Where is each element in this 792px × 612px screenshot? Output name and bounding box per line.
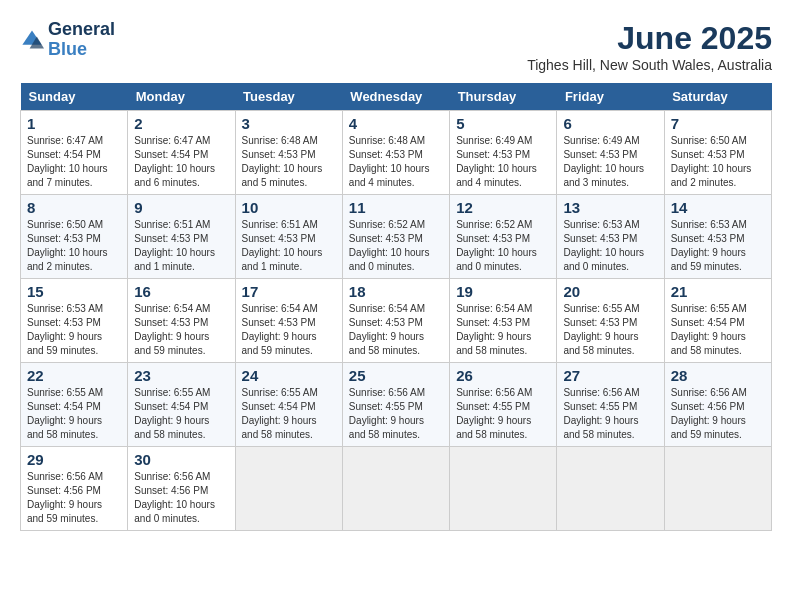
day-number: 28	[671, 367, 765, 384]
logo-icon	[20, 28, 44, 52]
calendar-header-row: SundayMondayTuesdayWednesdayThursdayFrid…	[21, 83, 772, 111]
day-number: 16	[134, 283, 228, 300]
day-info: Sunrise: 6:56 AMSunset: 4:55 PMDaylight:…	[563, 387, 639, 440]
day-info: Sunrise: 6:53 AMSunset: 4:53 PMDaylight:…	[27, 303, 103, 356]
calendar-cell: 9 Sunrise: 6:51 AMSunset: 4:53 PMDayligh…	[128, 195, 235, 279]
header-friday: Friday	[557, 83, 664, 111]
day-number: 17	[242, 283, 336, 300]
location: Tighes Hill, New South Wales, Australia	[527, 57, 772, 73]
day-info: Sunrise: 6:54 AMSunset: 4:53 PMDaylight:…	[349, 303, 425, 356]
calendar-cell: 19 Sunrise: 6:54 AMSunset: 4:53 PMDaylig…	[450, 279, 557, 363]
calendar-cell: 4 Sunrise: 6:48 AMSunset: 4:53 PMDayligh…	[342, 111, 449, 195]
calendar-cell: 15 Sunrise: 6:53 AMSunset: 4:53 PMDaylig…	[21, 279, 128, 363]
day-info: Sunrise: 6:50 AMSunset: 4:53 PMDaylight:…	[671, 135, 752, 188]
header-tuesday: Tuesday	[235, 83, 342, 111]
day-info: Sunrise: 6:54 AMSunset: 4:53 PMDaylight:…	[456, 303, 532, 356]
week-row-5: 29 Sunrise: 6:56 AMSunset: 4:56 PMDaylig…	[21, 447, 772, 531]
page-header: GeneralGeneral Blue June 2025 Tighes Hil…	[20, 20, 772, 73]
calendar-cell: 7 Sunrise: 6:50 AMSunset: 4:53 PMDayligh…	[664, 111, 771, 195]
calendar-cell: 18 Sunrise: 6:54 AMSunset: 4:53 PMDaylig…	[342, 279, 449, 363]
day-number: 5	[456, 115, 550, 132]
calendar-cell	[557, 447, 664, 531]
day-number: 25	[349, 367, 443, 384]
day-info: Sunrise: 6:52 AMSunset: 4:53 PMDaylight:…	[456, 219, 537, 272]
calendar-cell: 8 Sunrise: 6:50 AMSunset: 4:53 PMDayligh…	[21, 195, 128, 279]
day-number: 29	[27, 451, 121, 468]
header-monday: Monday	[128, 83, 235, 111]
day-number: 8	[27, 199, 121, 216]
day-info: Sunrise: 6:49 AMSunset: 4:53 PMDaylight:…	[563, 135, 644, 188]
calendar-cell: 27 Sunrise: 6:56 AMSunset: 4:55 PMDaylig…	[557, 363, 664, 447]
calendar-cell: 12 Sunrise: 6:52 AMSunset: 4:53 PMDaylig…	[450, 195, 557, 279]
day-number: 13	[563, 199, 657, 216]
calendar-cell: 16 Sunrise: 6:54 AMSunset: 4:53 PMDaylig…	[128, 279, 235, 363]
day-info: Sunrise: 6:56 AMSunset: 4:55 PMDaylight:…	[456, 387, 532, 440]
day-number: 4	[349, 115, 443, 132]
calendar-cell: 1 Sunrise: 6:47 AMSunset: 4:54 PMDayligh…	[21, 111, 128, 195]
calendar-cell: 28 Sunrise: 6:56 AMSunset: 4:56 PMDaylig…	[664, 363, 771, 447]
day-info: Sunrise: 6:56 AMSunset: 4:55 PMDaylight:…	[349, 387, 425, 440]
day-info: Sunrise: 6:54 AMSunset: 4:53 PMDaylight:…	[134, 303, 210, 356]
calendar-table: SundayMondayTuesdayWednesdayThursdayFrid…	[20, 83, 772, 531]
day-info: Sunrise: 6:54 AMSunset: 4:53 PMDaylight:…	[242, 303, 318, 356]
calendar-cell	[235, 447, 342, 531]
day-info: Sunrise: 6:55 AMSunset: 4:54 PMDaylight:…	[27, 387, 103, 440]
day-info: Sunrise: 6:51 AMSunset: 4:53 PMDaylight:…	[134, 219, 215, 272]
day-info: Sunrise: 6:49 AMSunset: 4:53 PMDaylight:…	[456, 135, 537, 188]
day-number: 1	[27, 115, 121, 132]
calendar-cell: 22 Sunrise: 6:55 AMSunset: 4:54 PMDaylig…	[21, 363, 128, 447]
day-number: 10	[242, 199, 336, 216]
header-wednesday: Wednesday	[342, 83, 449, 111]
day-info: Sunrise: 6:56 AMSunset: 4:56 PMDaylight:…	[134, 471, 215, 524]
day-number: 7	[671, 115, 765, 132]
week-row-2: 8 Sunrise: 6:50 AMSunset: 4:53 PMDayligh…	[21, 195, 772, 279]
day-info: Sunrise: 6:53 AMSunset: 4:53 PMDaylight:…	[671, 219, 747, 272]
day-info: Sunrise: 6:52 AMSunset: 4:53 PMDaylight:…	[349, 219, 430, 272]
calendar-cell: 17 Sunrise: 6:54 AMSunset: 4:53 PMDaylig…	[235, 279, 342, 363]
day-info: Sunrise: 6:55 AMSunset: 4:54 PMDaylight:…	[242, 387, 318, 440]
calendar-cell: 29 Sunrise: 6:56 AMSunset: 4:56 PMDaylig…	[21, 447, 128, 531]
day-number: 22	[27, 367, 121, 384]
day-info: Sunrise: 6:48 AMSunset: 4:53 PMDaylight:…	[349, 135, 430, 188]
day-number: 26	[456, 367, 550, 384]
day-number: 24	[242, 367, 336, 384]
day-info: Sunrise: 6:55 AMSunset: 4:53 PMDaylight:…	[563, 303, 639, 356]
day-info: Sunrise: 6:55 AMSunset: 4:54 PMDaylight:…	[134, 387, 210, 440]
day-number: 15	[27, 283, 121, 300]
calendar-cell: 30 Sunrise: 6:56 AMSunset: 4:56 PMDaylig…	[128, 447, 235, 531]
logo-text: GeneralGeneral Blue	[48, 20, 115, 60]
title-section: June 2025 Tighes Hill, New South Wales, …	[527, 20, 772, 73]
calendar-cell	[664, 447, 771, 531]
calendar-cell: 26 Sunrise: 6:56 AMSunset: 4:55 PMDaylig…	[450, 363, 557, 447]
calendar-cell	[342, 447, 449, 531]
day-number: 30	[134, 451, 228, 468]
month-title: June 2025	[527, 20, 772, 57]
week-row-3: 15 Sunrise: 6:53 AMSunset: 4:53 PMDaylig…	[21, 279, 772, 363]
day-info: Sunrise: 6:55 AMSunset: 4:54 PMDaylight:…	[671, 303, 747, 356]
day-number: 11	[349, 199, 443, 216]
day-info: Sunrise: 6:47 AMSunset: 4:54 PMDaylight:…	[134, 135, 215, 188]
calendar-cell: 3 Sunrise: 6:48 AMSunset: 4:53 PMDayligh…	[235, 111, 342, 195]
calendar-cell: 13 Sunrise: 6:53 AMSunset: 4:53 PMDaylig…	[557, 195, 664, 279]
day-number: 9	[134, 199, 228, 216]
logo: GeneralGeneral Blue	[20, 20, 115, 60]
header-saturday: Saturday	[664, 83, 771, 111]
calendar-cell: 6 Sunrise: 6:49 AMSunset: 4:53 PMDayligh…	[557, 111, 664, 195]
day-number: 12	[456, 199, 550, 216]
header-thursday: Thursday	[450, 83, 557, 111]
calendar-cell	[450, 447, 557, 531]
calendar-cell: 20 Sunrise: 6:55 AMSunset: 4:53 PMDaylig…	[557, 279, 664, 363]
day-info: Sunrise: 6:56 AMSunset: 4:56 PMDaylight:…	[671, 387, 747, 440]
day-info: Sunrise: 6:50 AMSunset: 4:53 PMDaylight:…	[27, 219, 108, 272]
calendar-cell: 11 Sunrise: 6:52 AMSunset: 4:53 PMDaylig…	[342, 195, 449, 279]
week-row-4: 22 Sunrise: 6:55 AMSunset: 4:54 PMDaylig…	[21, 363, 772, 447]
calendar-cell: 25 Sunrise: 6:56 AMSunset: 4:55 PMDaylig…	[342, 363, 449, 447]
day-info: Sunrise: 6:56 AMSunset: 4:56 PMDaylight:…	[27, 471, 103, 524]
day-number: 2	[134, 115, 228, 132]
day-number: 6	[563, 115, 657, 132]
day-info: Sunrise: 6:53 AMSunset: 4:53 PMDaylight:…	[563, 219, 644, 272]
calendar-cell: 2 Sunrise: 6:47 AMSunset: 4:54 PMDayligh…	[128, 111, 235, 195]
calendar-cell: 5 Sunrise: 6:49 AMSunset: 4:53 PMDayligh…	[450, 111, 557, 195]
day-info: Sunrise: 6:47 AMSunset: 4:54 PMDaylight:…	[27, 135, 108, 188]
calendar-cell: 14 Sunrise: 6:53 AMSunset: 4:53 PMDaylig…	[664, 195, 771, 279]
